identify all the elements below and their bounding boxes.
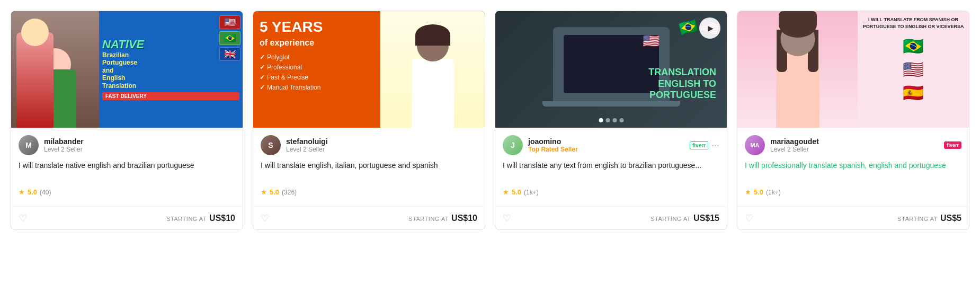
avatar-1: M <box>19 135 39 155</box>
brazil-flag-icon <box>219 31 240 45</box>
translation-line-3: PORTUGUESE <box>648 90 716 101</box>
dot-3 <box>612 118 617 122</box>
seller-info-1: M milabander Level 2 Seller <box>19 135 235 155</box>
check-list: Polyglot Professional Fast & Precise Man… <box>260 54 374 91</box>
check-item-manual: Manual Translation <box>260 84 374 91</box>
seller-name-3[interactable]: joaomino <box>528 137 684 146</box>
thumbnail-2[interactable]: 5 YEARS of experience Polyglot Professio… <box>253 11 485 128</box>
rating-row-1: ★ 5.0 (40) <box>19 188 235 196</box>
seller-actions-4: fiverr <box>944 141 961 149</box>
seller-actions-3: fiverr ··· <box>690 140 719 151</box>
rating-row-4: ★ 5.0 (1k+) <box>745 188 961 196</box>
starting-at-label-3: STARTING AT <box>651 216 691 222</box>
seller-level-1: Level 2 Seller <box>44 146 235 153</box>
rating-score-2: 5.0 <box>270 188 279 196</box>
price-4: US$5 <box>940 214 961 223</box>
rating-count-2: (326) <box>282 189 297 196</box>
gig-title-4[interactable]: I will professionally translate spanish,… <box>745 161 961 183</box>
rating-row-3: ★ 5.0 (1k+) <box>503 188 719 196</box>
rating-score-1: 5.0 <box>28 188 37 196</box>
uk-flag-icon <box>219 47 240 61</box>
translation-line-1: TRANSLATION <box>648 67 716 78</box>
brazil-flag-2: 🇧🇷 <box>903 36 924 56</box>
spain-flag: 🇪🇸 <box>903 83 924 103</box>
favorite-button-3[interactable]: ♡ <box>503 212 511 224</box>
check-item-professional: Professional <box>260 64 374 71</box>
laptop-base <box>542 101 680 106</box>
starting-at-label-4: STARTING AT <box>897 216 938 222</box>
price-2: US$10 <box>451 214 477 223</box>
translate-header: I WILL TRANSLATE FROM SPANISH OR PORTUGU… <box>862 16 965 30</box>
price-area-3: STARTING AT US$15 <box>651 214 719 223</box>
price-area-2: STARTING AT US$10 <box>408 214 477 223</box>
thumb-4-person <box>737 11 858 128</box>
star-icon-3: ★ <box>503 188 509 196</box>
gig-title-2[interactable]: I will translate english, italian, portu… <box>261 161 477 183</box>
thumbnail-4[interactable]: I WILL TRANSLATE FROM SPANISH OR PORTUGU… <box>737 11 969 128</box>
gig-card-3: 🇺🇸 TRANSLATION ENGLISH TO PORTUGUESE 🇧🇷 … <box>495 11 727 230</box>
translation-overlay: TRANSLATION ENGLISH TO PORTUGUESE <box>648 67 716 101</box>
seller-level-2: Level 2 Seller <box>286 146 477 153</box>
thumbnail-3[interactable]: 🇺🇸 TRANSLATION ENGLISH TO PORTUGUESE 🇧🇷 … <box>495 11 727 128</box>
thumbnail-1[interactable]: NATIVE BrazilianPortugueseandEnglishTran… <box>11 11 243 128</box>
avatar-img-2: S <box>261 135 281 155</box>
us-flag-2: 🇺🇸 <box>903 59 924 79</box>
translation-line-2: ENGLISH TO <box>648 78 716 90</box>
seller-details-2: stefanoluigi Level 2 Seller <box>286 137 477 153</box>
rating-score-4: 5.0 <box>754 188 763 196</box>
avatar-4: MA <box>745 135 765 155</box>
seller-info-2: S stefanoluigi Level 2 Seller <box>261 135 477 155</box>
seller-name-1[interactable]: milabander <box>44 137 235 146</box>
flags-column <box>219 15 240 61</box>
card-body-3: J joaomino Top Rated Seller fiverr ··· I… <box>495 128 727 207</box>
seller-name-4[interactable]: mariaagoudet <box>770 137 939 146</box>
rating-score-3: 5.0 <box>512 188 521 196</box>
rating-count-1: (40) <box>40 189 51 196</box>
gig-title-1[interactable]: I will translate native english and braz… <box>19 161 235 183</box>
fiverr-badge: fiverr <box>690 141 708 149</box>
price-3: US$15 <box>693 214 719 223</box>
of-exp-label: of experience <box>260 39 374 47</box>
star-icon-4: ★ <box>745 188 751 196</box>
seller-info-4: MA mariaagoudet Level 2 Seller fiverr <box>745 135 961 155</box>
flag-row-3: 🇪🇸 <box>903 83 924 103</box>
favorite-button-4[interactable]: ♡ <box>745 212 753 224</box>
star-icon-1: ★ <box>19 188 25 196</box>
seller-level-4: Level 2 Seller <box>770 146 939 153</box>
avatar-3: J <box>503 135 523 155</box>
card-footer-3: ♡ STARTING AT US$15 <box>495 207 727 229</box>
starting-at-label-1: STARTING AT <box>166 216 207 222</box>
flag-row-1: 🇧🇷 <box>903 36 924 56</box>
carousel-dots <box>599 118 623 122</box>
card-body-2: S stefanoluigi Level 2 Seller I will tra… <box>253 128 485 207</box>
avatar-img-3: J <box>503 135 523 155</box>
fast-delivery-badge: FAST DELIVERY <box>102 92 239 100</box>
seller-name-2[interactable]: stefanoluigi <box>286 137 477 146</box>
avatar-img-4: MA <box>745 135 765 155</box>
cards-container: NATIVE BrazilianPortugueseandEnglishTran… <box>11 11 969 230</box>
more-options-button-3[interactable]: ··· <box>711 140 719 151</box>
card-footer-2: ♡ STARTING AT US$10 <box>253 207 485 229</box>
card-body-1: M milabander Level 2 Seller I will trans… <box>11 128 243 207</box>
play-button[interactable] <box>699 17 720 39</box>
dot-1 <box>599 118 603 122</box>
flag-row-2: 🇺🇸 <box>903 59 924 79</box>
card-body-4: MA mariaagoudet Level 2 Seller fiverr I … <box>737 128 969 207</box>
favorite-button-1[interactable]: ♡ <box>19 212 27 224</box>
favorite-button-2[interactable]: ♡ <box>261 212 269 224</box>
seller-level-3: Top Rated Seller <box>528 146 684 153</box>
price-area-4: STARTING AT US$5 <box>897 214 961 223</box>
gig-title-3[interactable]: I will translate any text from english t… <box>503 161 719 183</box>
avatar-2: S <box>261 135 281 155</box>
price-1: US$10 <box>209 214 235 223</box>
rating-row-2: ★ 5.0 (326) <box>261 188 477 196</box>
seller-info-3: J joaomino Top Rated Seller fiverr ··· <box>503 135 719 155</box>
gig-card-2: 5 YEARS of experience Polyglot Professio… <box>253 11 485 230</box>
check-item-polyglot: Polyglot <box>260 54 374 61</box>
five-years-label: 5 YEARS <box>260 20 374 34</box>
us-flag-icon <box>219 15 240 29</box>
card-footer-1: ♡ STARTING AT US$10 <box>11 207 243 229</box>
thumb-4-text-area: I WILL TRANSLATE FROM SPANISH OR PORTUGU… <box>858 11 969 128</box>
starting-at-label-2: STARTING AT <box>408 216 449 222</box>
thumb-2-text-area: 5 YEARS of experience Polyglot Professio… <box>253 11 380 128</box>
